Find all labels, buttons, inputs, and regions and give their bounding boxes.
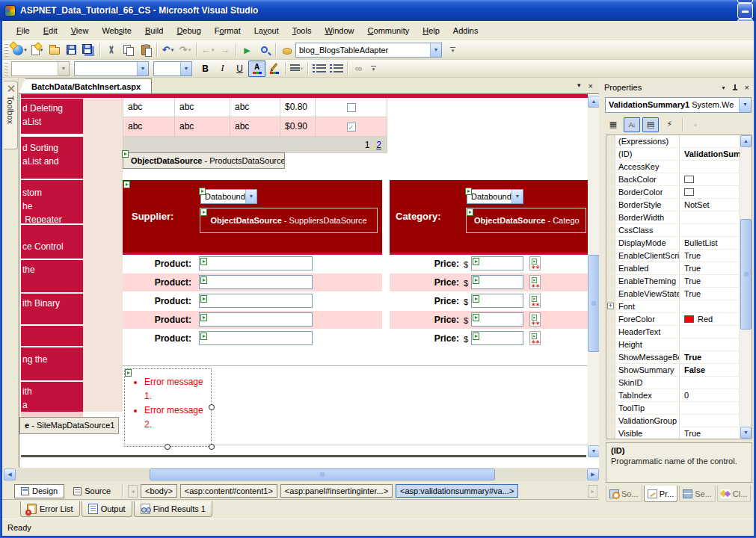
cut-button[interactable] (102, 42, 120, 58)
sitemap-datasource-control[interactable]: e - SiteMapDataSource1 (19, 417, 119, 434)
tag-navigator-item[interactable]: <asp:content#content1> (180, 484, 277, 498)
discontinued-checkbox[interactable]: ✓ (347, 123, 356, 132)
redo-button[interactable]: ↷▾ (176, 42, 194, 58)
scroll-right-icon[interactable]: ▶ (587, 469, 599, 480)
site-menu-item[interactable]: ng the (21, 347, 83, 380)
font-size-combo[interactable]: ▼ (153, 61, 192, 76)
asp-control-glyph-icon[interactable] (473, 314, 479, 321)
menu-layout[interactable]: Layout (248, 23, 286, 38)
menu-view[interactable]: View (64, 23, 96, 38)
site-menu-item[interactable]: ith Binary (21, 294, 83, 324)
dropdown-arrow-icon[interactable]: ▾ (24, 47, 27, 53)
navigate-back-button[interactable]: ←▾ (199, 42, 216, 58)
table-adapter-button[interactable] (278, 42, 295, 58)
dropdown-arrow-icon[interactable]: ▼ (245, 190, 256, 203)
compare-validator-control[interactable] (529, 275, 541, 289)
tool-tab-cl[interactable]: Cl... (717, 486, 752, 502)
dropdown-arrow-icon[interactable]: ▾ (188, 47, 191, 53)
scroll-down-icon[interactable]: ▼ (588, 445, 599, 457)
document-tab[interactable]: BatchData/BatchInsert.aspx (19, 78, 152, 93)
menu-debug[interactable]: Debug (170, 23, 207, 38)
toolbox-tab[interactable]: Toolbox (4, 81, 18, 149)
scroll-up-icon[interactable]: ▲ (588, 96, 599, 108)
add-new-item-button[interactable]: ▾ (28, 42, 46, 58)
paste-button[interactable] (137, 42, 154, 58)
asp-control-glyph-icon[interactable] (467, 208, 473, 216)
tool-tab-pr[interactable]: Pr... (644, 486, 678, 502)
supplier-dropdownlist[interactable]: Databound▼ (200, 189, 257, 204)
menu-tools[interactable]: Tools (286, 23, 319, 38)
menu-file[interactable]: File (10, 23, 37, 38)
asp-control-glyph-icon[interactable] (123, 181, 130, 188)
suppliers-datasource-control[interactable]: ObjectDataSource - SuppliersDataSource (200, 208, 378, 233)
scrollbar-thumb[interactable] (740, 219, 752, 330)
site-menu-item[interactable]: ith a (21, 382, 83, 412)
active-files-dropdown-icon[interactable]: ▾ (577, 81, 581, 90)
panel-menu-icon[interactable]: ▾ (722, 84, 725, 91)
navigate-forward-button[interactable]: → (216, 42, 233, 58)
auto-hide-pin-icon[interactable] (732, 84, 738, 91)
undo-button[interactable]: ↶▾ (159, 42, 176, 58)
menu-format[interactable]: Format (208, 23, 248, 38)
asp-control-glyph-icon[interactable] (200, 333, 207, 340)
alignment-button[interactable]: ▾ (288, 61, 305, 77)
scroll-up-icon[interactable]: ▲ (740, 135, 752, 147)
underline-button[interactable]: U (231, 61, 248, 77)
target-schema-combo[interactable]: ▼ (11, 61, 70, 76)
combo-dropdown-icon[interactable]: ▼ (58, 62, 69, 75)
find-in-files-button[interactable] (256, 42, 273, 58)
tag-navigator-left-button[interactable]: ◂ (128, 485, 138, 498)
asp-control-glyph-icon[interactable] (200, 258, 207, 265)
close-panel-icon[interactable]: × (745, 83, 749, 92)
asp-control-glyph-icon[interactable] (473, 276, 479, 284)
asp-control-glyph-icon[interactable] (200, 314, 207, 321)
asp-control-glyph-icon[interactable] (473, 295, 479, 303)
minimize-button[interactable]: ▬ (737, 3, 753, 19)
discontinued-checkbox[interactable] (347, 103, 356, 112)
site-menu-item[interactable]: d Sorting aList and (21, 137, 83, 179)
asp-control-glyph-icon[interactable] (200, 276, 207, 284)
site-menu-item[interactable]: ce Control (21, 225, 83, 259)
menu-help[interactable]: Help (416, 23, 446, 38)
menu-window[interactable]: Window (318, 23, 360, 38)
asp-control-glyph-icon[interactable] (473, 333, 479, 340)
object-selector-combo[interactable]: ValidationSummary1 System.We ▼ (605, 97, 752, 113)
resize-handle-bottom[interactable] (165, 444, 170, 450)
product-name-textbox[interactable] (199, 275, 313, 289)
property-pages-button[interactable]: ▫ (687, 117, 704, 132)
compare-validator-control[interactable] (529, 331, 541, 345)
alphabetical-button[interactable]: A↓ (624, 117, 640, 132)
hyperlink-button[interactable]: ∞ (350, 61, 367, 77)
properties-view-button[interactable]: ▤ (642, 117, 659, 132)
resize-handle-corner[interactable] (209, 444, 215, 450)
site-menu-item[interactable]: the (21, 260, 83, 292)
combo-dropdown-icon[interactable]: ▼ (739, 98, 751, 112)
dropdown-arrow-icon[interactable]: ▾ (171, 47, 174, 53)
scrollbar-thumb[interactable] (150, 469, 495, 480)
tag-navigator-item[interactable]: <asp:validationsummary#va...> (396, 484, 518, 498)
category-dropdownlist[interactable]: Databound▼ (467, 189, 523, 204)
product-name-textbox[interactable] (199, 294, 313, 308)
asp-control-glyph-icon[interactable] (199, 188, 206, 195)
validation-summary-control[interactable]: Error message 1.Error message 2. (124, 368, 212, 447)
close-document-icon[interactable]: × (588, 81, 593, 90)
product-name-textbox[interactable] (199, 331, 313, 345)
menu-community[interactable]: Community (361, 23, 417, 38)
panel-tab-error-list[interactable]: Error List (20, 501, 80, 517)
asp-control-glyph-icon[interactable] (125, 369, 132, 377)
product-name-textbox[interactable] (199, 256, 313, 270)
table-adapter-combo[interactable]: blog_BlogsTableAdapter ▼ (295, 43, 442, 58)
bullet-list-button[interactable] (310, 61, 328, 77)
dropdown-arrow-icon[interactable]: ▾ (301, 66, 304, 72)
start-debugging-button[interactable]: ▶ (239, 42, 256, 58)
design-view-tab[interactable]: Design (14, 484, 64, 498)
foreground-color-button[interactable]: A (248, 61, 265, 77)
tag-navigator-right-button[interactable]: ▸ (588, 485, 597, 498)
save-all-button[interactable] (80, 42, 97, 58)
toolbar-grip[interactable] (4, 62, 8, 75)
categorized-button[interactable]: ▦ (605, 117, 621, 132)
categories-datasource-control[interactable]: ObjectDataSource - Catego (466, 208, 586, 233)
compare-validator-control[interactable] (529, 256, 541, 270)
italic-button[interactable]: I (214, 61, 231, 77)
design-surface[interactable]: d Deleting aListd Sorting aList andstom … (19, 93, 599, 468)
